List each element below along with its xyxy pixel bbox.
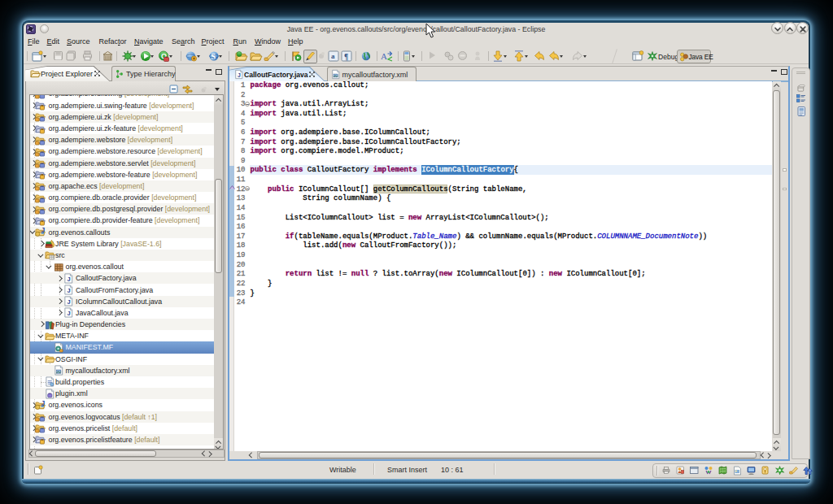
svg-text:a: a — [331, 52, 335, 60]
svg-text:¶: ¶ — [344, 53, 348, 61]
svg-text:S: S — [212, 52, 216, 61]
svg-text:A: A — [381, 51, 387, 61]
